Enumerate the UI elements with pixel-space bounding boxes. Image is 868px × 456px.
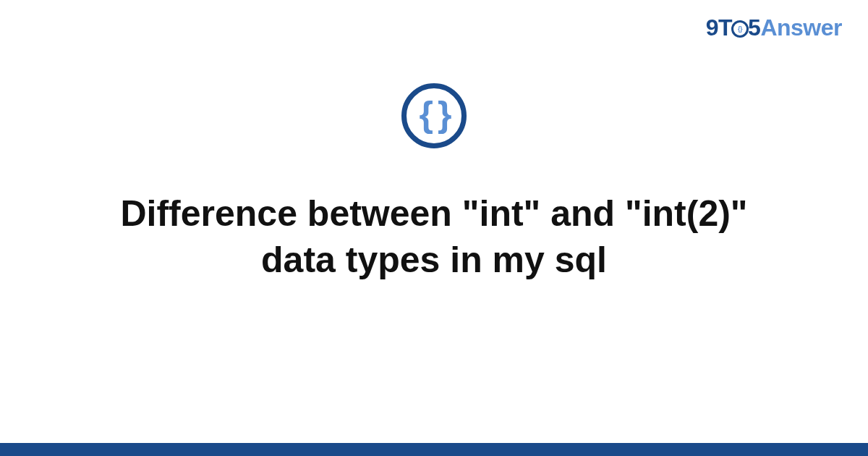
logo-five: 5 [748,14,760,41]
footer-bar [0,443,868,456]
page-title: Difference between "int" and "int(2)" da… [90,190,778,283]
logo-o-icon: {} [731,20,749,38]
logo-t: T [718,14,732,41]
logo-nine: 9 [706,14,718,41]
content-block: { } Difference between "int" and "int(2)… [0,83,868,283]
braces-badge-icon: { } [401,83,467,148]
logo-answer: Answer [760,14,842,41]
braces-glyph-icon: { } [420,96,449,132]
site-logo: 9T{}5Answer [706,14,842,41]
logo-o-braces: {} [738,25,742,33]
